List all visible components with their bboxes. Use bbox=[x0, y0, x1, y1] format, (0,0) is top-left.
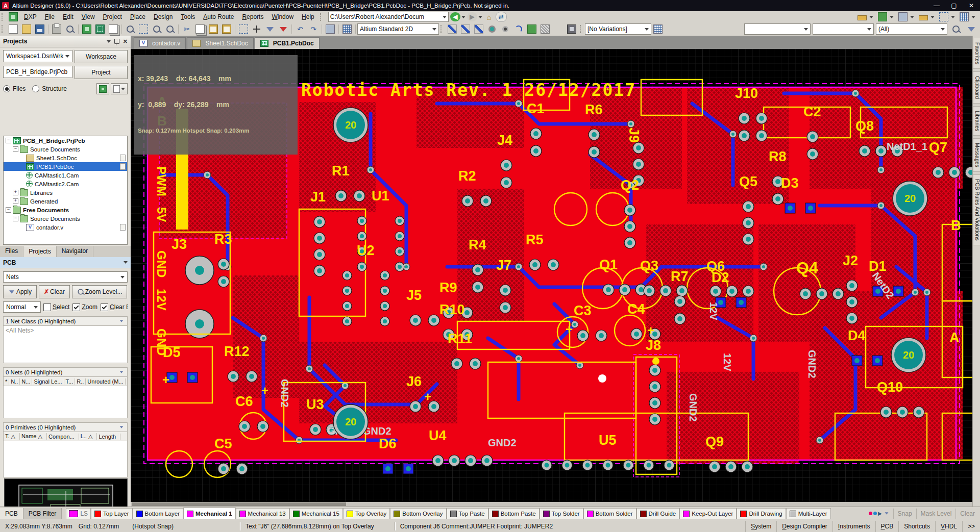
tree-item-contador-v[interactable]: contador.v bbox=[4, 223, 127, 232]
designator-R10[interactable]: R10 bbox=[439, 302, 465, 317]
designator-R9[interactable]: R9 bbox=[439, 280, 457, 295]
net-label-NetD1_1[interactable]: NetD1_1 bbox=[887, 141, 927, 152]
workspace-combo[interactable]: Workspace1.DsnWrk bbox=[3, 50, 72, 62]
dock-tab-favorites[interactable]: Favorites bbox=[973, 38, 980, 69]
minimize-button[interactable]: — bbox=[928, 0, 945, 11]
document-path-combo[interactable]: C:\Users\Robert Alexander\Docum bbox=[328, 12, 449, 22]
collapse-icon[interactable]: − bbox=[13, 146, 18, 152]
designator-U4[interactable]: U4 bbox=[429, 428, 447, 443]
clear-button[interactable]: Clear bbox=[955, 509, 979, 519]
filter-combo-1[interactable] bbox=[744, 23, 811, 35]
pin-icon[interactable] bbox=[114, 39, 119, 44]
paste-array-icon[interactable] bbox=[220, 23, 233, 35]
place-pad-icon[interactable] bbox=[486, 23, 498, 35]
forward-button[interactable]: ▶ bbox=[467, 12, 477, 21]
primitives-column-header[interactable]: L.. △ bbox=[79, 433, 97, 440]
designator-_[interactable]: + bbox=[162, 373, 169, 387]
primitives-column-header[interactable]: Name △ bbox=[20, 433, 47, 440]
designator-R3[interactable]: R3 bbox=[214, 232, 232, 247]
designator-_[interactable]: + bbox=[647, 323, 654, 337]
find-similar-icon[interactable] bbox=[897, 11, 909, 23]
dock-tab-messages[interactable]: Messages bbox=[973, 138, 980, 172]
view-3d-icon[interactable] bbox=[94, 23, 106, 35]
route-differential-icon[interactable] bbox=[459, 23, 472, 35]
panel-close-icon[interactable]: ✕ bbox=[123, 38, 128, 45]
menu-tools[interactable]: Tools bbox=[177, 12, 199, 21]
status-button-instruments[interactable]: Instruments bbox=[832, 521, 875, 532]
designator-J9[interactable]: J9 bbox=[626, 128, 642, 143]
menu-auto-route[interactable]: Auto Route bbox=[199, 12, 238, 21]
rooms-dropdown-icon[interactable] bbox=[951, 16, 955, 18]
structure-radio[interactable] bbox=[32, 85, 39, 92]
select-area-icon[interactable] bbox=[237, 23, 250, 35]
designator-Q4[interactable]: Q4 bbox=[796, 259, 818, 277]
designator-U2[interactable]: U2 bbox=[357, 243, 375, 258]
project-field[interactable]: PCB_H_Bridge.PrjPcb bbox=[3, 66, 72, 78]
designator-J10[interactable]: J10 bbox=[735, 86, 758, 101]
dimension-dropdown-icon[interactable] bbox=[930, 16, 935, 18]
copy-icon[interactable] bbox=[194, 23, 206, 35]
grid-settings-dropdown-icon[interactable] bbox=[971, 16, 975, 18]
nets-column-header[interactable]: R.. bbox=[75, 378, 86, 385]
layer-tab-drill-drawing[interactable]: Drill Drawing bbox=[737, 508, 786, 519]
designator-U1[interactable]: U1 bbox=[372, 188, 389, 204]
doc-tab-pcb1-pcbdoc[interactable]: PCB1.PcbDoc bbox=[255, 37, 320, 49]
collapse-icon[interactable]: − bbox=[6, 138, 11, 143]
designator-C3[interactable]: C3 bbox=[574, 303, 592, 318]
cross-probe-icon[interactable] bbox=[324, 23, 336, 35]
layer-tab-mechanical-13[interactable]: Mechanical 13 bbox=[236, 508, 289, 519]
find-similar-objects-icon[interactable] bbox=[950, 23, 962, 35]
expand-icon[interactable]: + bbox=[13, 198, 18, 204]
status-button-system[interactable]: System bbox=[745, 521, 776, 532]
designator-J1[interactable]: J1 bbox=[310, 189, 326, 205]
redo-icon[interactable]: ↷ bbox=[307, 23, 320, 35]
interactive-route-icon[interactable] bbox=[446, 23, 458, 35]
panel-menu-icon[interactable] bbox=[107, 40, 111, 43]
designator-R1[interactable]: R1 bbox=[332, 163, 350, 179]
primitives-column-header[interactable]: Compon... bbox=[47, 434, 79, 440]
designator-J7[interactable]: J7 bbox=[496, 258, 511, 273]
zoom-fit-icon[interactable] bbox=[124, 23, 136, 35]
checkbox-select[interactable]: Select bbox=[43, 303, 69, 311]
close-button[interactable]: ✕ bbox=[963, 0, 980, 11]
layer-sets-button[interactable]: LS bbox=[66, 508, 91, 519]
refresh-button[interactable]: ⇄ bbox=[496, 12, 507, 22]
panel-tab-navigator[interactable]: Navigator bbox=[57, 246, 93, 257]
open-project-icon[interactable] bbox=[81, 23, 93, 35]
designator-U3[interactable]: U3 bbox=[306, 397, 324, 412]
designator-R8[interactable]: R8 bbox=[769, 149, 787, 164]
tree-item-free-documents[interactable]: −Free Documents bbox=[4, 206, 127, 214]
apply-filter-icon[interactable] bbox=[264, 23, 276, 35]
layer-tab-bottom-overlay[interactable]: Bottom Overlay bbox=[390, 508, 446, 519]
measure-dropdown-icon[interactable] bbox=[869, 16, 873, 18]
net-label-GND2[interactable]: GND2 bbox=[279, 379, 290, 408]
storage-manager-icon[interactable] bbox=[652, 23, 664, 35]
designator-PWM[interactable]: PWM bbox=[155, 166, 168, 196]
validate-project-button[interactable] bbox=[96, 83, 109, 94]
layer-tab-top-solder[interactable]: Top Solder bbox=[540, 508, 583, 519]
designator-R11[interactable]: R11 bbox=[448, 331, 472, 346]
checkbox-zoom[interactable]: Zoom bbox=[72, 303, 97, 311]
designator-R4[interactable]: R4 bbox=[469, 237, 486, 252]
designator-_[interactable]: + bbox=[261, 384, 268, 397]
menu-dxp[interactable]: DXP bbox=[20, 12, 41, 21]
storage-manager-icon[interactable] bbox=[341, 23, 353, 35]
layer-tab-multi-layer[interactable]: Multi-Layer bbox=[786, 508, 831, 519]
designator-Q9[interactable]: Q9 bbox=[705, 434, 724, 449]
menu-view[interactable]: View bbox=[78, 12, 99, 21]
layer-tab-bottom-solder[interactable]: Bottom Solder bbox=[583, 508, 636, 519]
nets-column-header[interactable]: T... bbox=[64, 378, 76, 385]
open-document-button[interactable] bbox=[111, 83, 128, 94]
board-title-silkscreen[interactable]: Robotic Arts Rev. 1 26/12/2017 bbox=[301, 80, 636, 100]
net-class-list[interactable]: <All Nets> bbox=[3, 326, 128, 363]
nets-section-header[interactable]: 0 Nets (0 Highlighted) bbox=[3, 367, 128, 377]
paste-icon[interactable] bbox=[207, 23, 219, 35]
status-button-pcb[interactable]: PCB bbox=[875, 521, 899, 532]
designator-C5[interactable]: C5 bbox=[214, 436, 232, 451]
panel-tab-files[interactable]: Files bbox=[0, 246, 23, 257]
menu-edit[interactable]: Edit bbox=[59, 12, 78, 21]
place-string-icon[interactable] bbox=[552, 23, 565, 35]
zoom-point-icon[interactable] bbox=[151, 23, 163, 35]
designator-_[interactable]: + bbox=[566, 322, 573, 336]
view-configuration-combo[interactable]: Altium Standard 2D bbox=[357, 23, 439, 35]
